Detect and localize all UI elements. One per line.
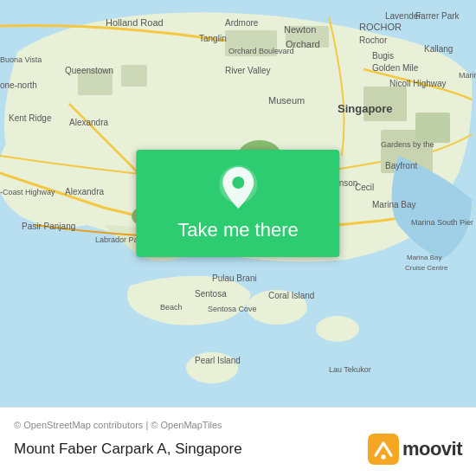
- svg-text:one-north: one-north: [0, 80, 37, 90]
- svg-text:Lau Tekukor: Lau Tekukor: [329, 365, 371, 374]
- copyright-text: © OpenStreetMap contributors | © OpenMap…: [14, 420, 462, 430]
- svg-text:Pearl Island: Pearl Island: [195, 356, 241, 365]
- svg-text:Gardens by the: Gardens by the: [381, 140, 434, 149]
- svg-point-2: [316, 316, 359, 342]
- svg-text:Singapore: Singapore: [338, 102, 393, 115]
- svg-text:Newton: Newton: [284, 24, 316, 35]
- svg-text:ROCHOR: ROCHOR: [359, 22, 402, 32]
- svg-text:Marina B: Marina B: [459, 71, 476, 80]
- svg-text:Queenstown: Queenstown: [65, 66, 113, 75]
- svg-text:Coral Island: Coral Island: [268, 291, 314, 300]
- svg-text:Beach: Beach: [160, 303, 183, 312]
- take-me-there-button[interactable]: Take me there: [136, 150, 339, 257]
- svg-text:Rochor: Rochor: [359, 35, 388, 45]
- svg-text:Golden Mile: Golden Mile: [372, 63, 419, 73]
- svg-text:Sentosa: Sentosa: [195, 289, 227, 299]
- moovit-text: moovit: [402, 438, 462, 460]
- svg-text:Alexandra: Alexandra: [65, 187, 104, 196]
- svg-text:Marina South Pier: Marina South Pier: [411, 218, 473, 227]
- svg-text:Farrer Park: Farrer Park: [415, 11, 460, 21]
- svg-text:Orchard: Orchard: [286, 39, 320, 49]
- svg-text:Pasir Panjang: Pasir Panjang: [22, 222, 75, 231]
- cta-label: Take me there: [177, 219, 298, 241]
- moovit-brand-icon: [368, 434, 399, 465]
- svg-text:Ardmore: Ardmore: [225, 18, 259, 28]
- svg-text:Holland Road: Holland Road: [106, 17, 164, 28]
- svg-text:Museum: Museum: [268, 95, 305, 106]
- location-row: Mount Faber Carpark A, Singapore moovit: [14, 434, 462, 465]
- svg-rect-10: [415, 113, 450, 143]
- moovit-logo: moovit: [368, 434, 462, 465]
- svg-text:Alexandra: Alexandra: [69, 118, 108, 127]
- svg-text:Pulau Brani: Pulau Brani: [212, 273, 257, 283]
- svg-text:Marina Bay: Marina Bay: [407, 254, 441, 261]
- svg-text:Nicoll Highway: Nicoll Highway: [389, 79, 447, 88]
- svg-text:Tanglin: Tanglin: [199, 34, 227, 43]
- bottom-bar: © OpenStreetMap contributors | © OpenMap…: [0, 407, 476, 476]
- svg-text:Sentosa Cove: Sentosa Cove: [208, 305, 257, 313]
- svg-rect-60: [368, 434, 399, 465]
- map-container: Holland Road Tanglin Ardmore Newton Orch…: [0, 0, 476, 407]
- svg-text:Bugis: Bugis: [372, 51, 394, 61]
- svg-text:Kent Ridge: Kent Ridge: [9, 113, 52, 123]
- svg-rect-5: [121, 65, 147, 87]
- svg-text:Kallang: Kallang: [424, 44, 453, 54]
- cta-overlay: Take me there: [136, 150, 339, 257]
- svg-point-61: [381, 454, 385, 459]
- svg-text:-Coast Highway: -Coast Highway: [0, 188, 55, 196]
- svg-point-59: [232, 177, 244, 189]
- svg-text:Buona Vista: Buona Vista: [0, 55, 42, 64]
- svg-text:River Valley: River Valley: [225, 66, 271, 75]
- svg-text:Marina Bay: Marina Bay: [372, 200, 416, 209]
- svg-text:Cruise Centre: Cruise Centre: [405, 264, 448, 272]
- svg-text:Orchard Boulevard: Orchard Boulevard: [228, 47, 294, 55]
- location-name: Mount Faber Carpark A, Singapore: [14, 441, 242, 458]
- svg-text:Bayfront: Bayfront: [385, 161, 417, 170]
- location-pin-icon: [219, 165, 257, 210]
